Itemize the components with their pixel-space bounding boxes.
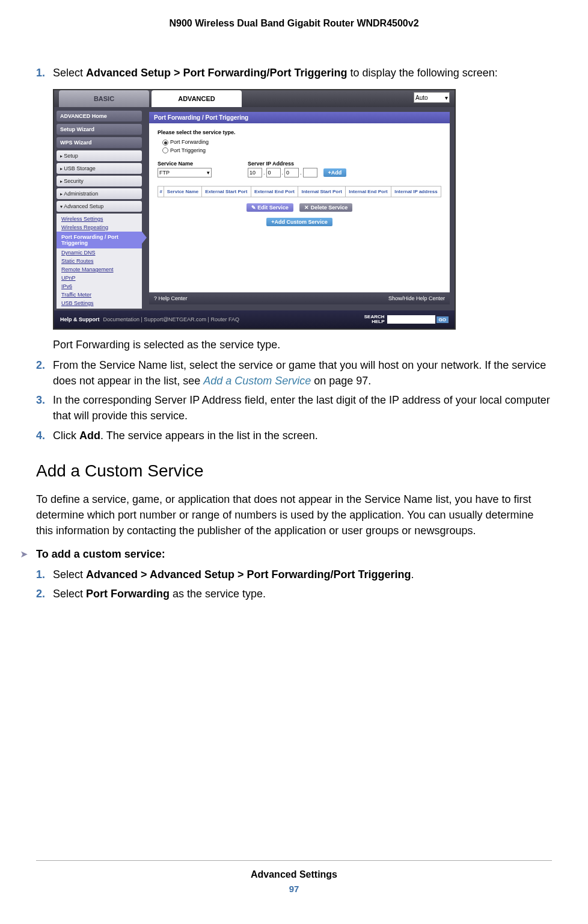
- sub-ipv6[interactable]: IPv6: [57, 282, 142, 291]
- radio-label-1: Port Forwarding: [170, 139, 209, 145]
- chevron-icon: ➤: [20, 549, 28, 559]
- sidebar-setup[interactable]: Setup: [57, 150, 142, 161]
- help-center-link[interactable]: ? Help Center: [154, 295, 188, 301]
- step-4-bold: Add: [79, 430, 100, 442]
- sub-remote-mgmt[interactable]: Remote Management: [57, 265, 142, 274]
- col-service-name: Service Name: [164, 186, 202, 197]
- chevron-down-icon: ▾: [445, 94, 448, 101]
- edit-service-button[interactable]: ✎ Edit Service: [247, 203, 293, 212]
- select-value: FTP: [159, 170, 170, 176]
- page-number: 97: [0, 884, 588, 894]
- section-step-2-pre: Select: [53, 588, 86, 600]
- col-ext-end: External End Port: [251, 186, 298, 197]
- step-2-post: on page 97.: [311, 375, 371, 387]
- col-ext-start: External Start Port: [201, 186, 251, 197]
- add-button[interactable]: +Add: [323, 168, 347, 177]
- auto-label: Auto: [415, 94, 428, 101]
- chevron-down-icon: ▾: [207, 170, 210, 176]
- show-hide-help[interactable]: Show/Hide Help Center: [388, 295, 445, 301]
- help-bar: ? Help Center Show/Hide Help Center: [149, 292, 450, 304]
- radio-port-triggering[interactable]: Port Triggering: [162, 147, 441, 154]
- col-num: #: [158, 186, 164, 197]
- step-1-followup: Port Forwarding is selected as the servi…: [53, 337, 552, 353]
- sub-wireless-settings[interactable]: Wireless Settings: [57, 215, 142, 223]
- footer-section: Advanced Settings: [0, 869, 588, 880]
- task-label: To add a custom service:: [36, 548, 165, 560]
- section-step-num-2: 2.: [36, 586, 45, 602]
- help-support-label: Help & Support: [60, 316, 100, 322]
- sub-usb-settings[interactable]: USB Settings: [57, 299, 142, 307]
- step-4-pre: Click: [53, 430, 79, 442]
- sidebar-usb[interactable]: USB Storage: [57, 163, 142, 174]
- sidebar: ADVANCED Home Setup Wizard WPS Wizard Se…: [54, 107, 144, 328]
- sub-wireless-repeating[interactable]: Wireless Repeating: [57, 223, 142, 232]
- step-1-pre: Select: [53, 67, 86, 79]
- auto-select[interactable]: Auto▾: [414, 92, 450, 103]
- step-4-post: . The service appears in the list in the…: [100, 430, 318, 442]
- panel-title: Port Forwarding / Port Triggering: [149, 112, 450, 123]
- server-ip-label: Server IP Address: [248, 161, 346, 167]
- footer-links[interactable]: Documentation | Support@NETGEAR.com | Ro…: [103, 316, 239, 322]
- radio-label-2: Port Triggering: [170, 147, 206, 153]
- step-num-1: 1.: [36, 65, 45, 81]
- section-heading: Add a Custom Service: [36, 461, 552, 481]
- main-panel: Port Forwarding / Port Triggering Please…: [149, 112, 450, 304]
- section-step-1-bold: Advanced > Advanced Setup > Port Forward…: [86, 568, 411, 581]
- step-2-link[interactable]: Add a Custom Service: [203, 375, 311, 387]
- go-button[interactable]: GO: [436, 316, 449, 323]
- section-step-num-1: 1.: [36, 567, 45, 582]
- sidebar-sublist: Wireless Settings Wireless Repeating Por…: [57, 214, 142, 309]
- sidebar-wps-wizard[interactable]: WPS Wizard: [57, 137, 142, 148]
- ip-octet-4[interactable]: [303, 168, 317, 177]
- search-input[interactable]: [387, 315, 435, 324]
- step-3-text: In the corresponding Server IP Address f…: [53, 394, 550, 422]
- tab-advanced[interactable]: ADVANCED: [152, 90, 242, 107]
- router-footer: Help & Support Documentation | Support@N…: [54, 310, 455, 328]
- forwarding-table: # Service Name External Start Port Exter…: [158, 186, 441, 197]
- section-step-1: 1. Select Advanced > Advanced Setup > Po…: [53, 567, 552, 582]
- section-step-2-post: as the service type.: [170, 588, 266, 600]
- tab-basic[interactable]: BASIC: [59, 90, 149, 107]
- search-help-label: SEARCHHELP: [364, 315, 385, 324]
- sidebar-admin[interactable]: Administration: [57, 188, 142, 199]
- router-topbar: BASIC ADVANCED Auto▾: [54, 90, 455, 107]
- radio-icon: [162, 147, 168, 153]
- running-header: N900 Wireless Dual Band Gigabit Router W…: [0, 0, 588, 29]
- col-int-end: Internal End Port: [346, 186, 391, 197]
- col-int-start: Internal Start Port: [298, 186, 346, 197]
- section-step-2: 2. Select Port Forwarding as the service…: [53, 586, 552, 602]
- step-4: 4. Click Add. The service appears in the…: [53, 428, 552, 443]
- section-step-1-pre: Select: [53, 568, 86, 581]
- sub-static-routes[interactable]: Static Routes: [57, 257, 142, 265]
- ip-octet-2[interactable]: 0: [266, 168, 281, 177]
- sub-port-forwarding[interactable]: Port Forwarding / Port Triggering: [57, 232, 142, 248]
- router-screenshot: BASIC ADVANCED Auto▾ ADVANCED Home Setup…: [53, 89, 552, 330]
- sidebar-adv-setup[interactable]: Advanced Setup: [57, 201, 142, 212]
- section-intro: To define a service, game, or applicatio…: [36, 491, 552, 538]
- sub-dynamic-dns[interactable]: Dynamic DNS: [57, 248, 142, 257]
- prompt-label: Please select the service type.: [158, 129, 441, 135]
- sub-upnp[interactable]: UPnP: [57, 274, 142, 282]
- sidebar-setup-wizard[interactable]: Setup Wizard: [57, 124, 142, 135]
- section-step-1-post: .: [411, 568, 414, 581]
- delete-service-button[interactable]: ✕ Delete Service: [299, 203, 352, 212]
- col-int-ip: Internal IP address: [391, 186, 441, 197]
- radio-port-forwarding[interactable]: Port Forwarding: [162, 139, 441, 146]
- ip-octet-1[interactable]: 10: [248, 168, 262, 177]
- step-num-3: 3.: [36, 392, 45, 408]
- sidebar-security[interactable]: Security: [57, 176, 142, 186]
- task-heading: ➤ To add a custom service:: [36, 548, 552, 561]
- ip-octet-3[interactable]: 0: [284, 168, 299, 177]
- service-name-select[interactable]: FTP▾: [158, 168, 212, 177]
- sidebar-home[interactable]: ADVANCED Home: [57, 111, 142, 122]
- service-name-label: Service Name: [158, 161, 212, 167]
- section-step-2-bold: Port Forwarding: [86, 588, 170, 600]
- step-1-bold: Advanced Setup > Port Forwarding/Port Tr…: [86, 67, 348, 79]
- step-1-post: to display the following screen:: [348, 67, 498, 79]
- page-footer: Advanced Settings 97: [0, 860, 588, 894]
- step-num-4: 4.: [36, 428, 45, 443]
- sub-traffic-meter[interactable]: Traffic Meter: [57, 291, 142, 299]
- step-2: 2. From the Service Name list, select th…: [53, 357, 552, 389]
- add-custom-button[interactable]: +Add Custom Service: [266, 218, 332, 226]
- step-3: 3. In the corresponding Server IP Addres…: [53, 392, 552, 424]
